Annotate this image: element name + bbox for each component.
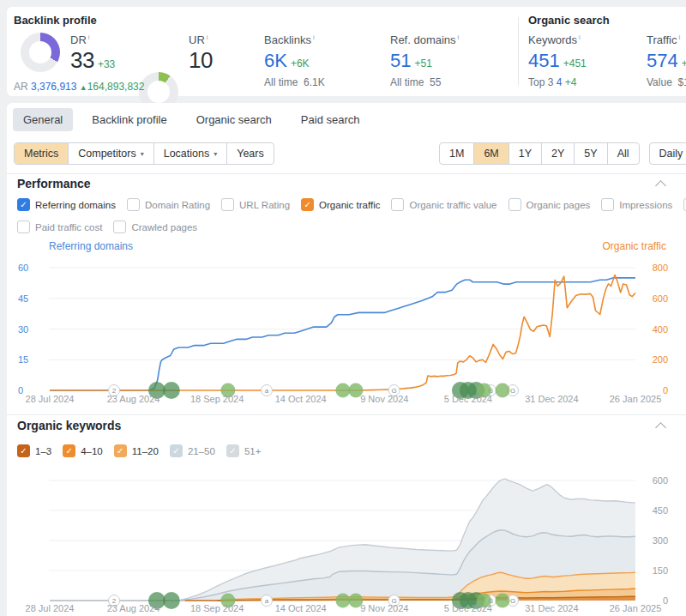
years-button[interactable]: Years xyxy=(226,143,274,164)
keywords-top3-value: 4 xyxy=(557,76,563,88)
checkbox-label: Impressions xyxy=(619,200,672,210)
checkbox-51+[interactable]: ✓51+ xyxy=(226,444,262,457)
svg-text:31 Dec 2024: 31 Dec 2024 xyxy=(525,394,578,404)
keywords-delta: +451 xyxy=(563,57,587,69)
checkbox-21-50[interactable]: ✓21–50 xyxy=(170,444,215,457)
svg-text:450: 450 xyxy=(653,505,668,516)
ahrefs-rank-line: AR 3,376,913 ▲164,893,832 xyxy=(14,81,144,93)
range-6m-button[interactable]: 6M xyxy=(473,143,508,164)
checked-box-icon: ✓ xyxy=(301,198,314,211)
backlink-profile-title: Backlink profile xyxy=(14,14,97,27)
svg-text:5 Dec 2024: 5 Dec 2024 xyxy=(444,394,492,404)
organic-keywords-title: Organic keywords xyxy=(17,419,121,432)
backlinks-delta: +6K xyxy=(291,57,310,69)
checkbox-label: 21–50 xyxy=(188,446,215,456)
traffic-value[interactable]: 574 xyxy=(647,50,678,71)
checkbox-crawled-pages[interactable]: Crawled pages xyxy=(113,220,197,233)
unchecked-box-icon xyxy=(508,198,521,211)
keywords-value[interactable]: 451 xyxy=(528,50,560,71)
backlinks-alltime-label: All time xyxy=(264,76,298,88)
svg-text:150: 150 xyxy=(653,565,668,576)
checkbox-label: URL Rating xyxy=(239,200,290,210)
range-1y-button[interactable]: 1Y xyxy=(508,143,541,164)
ref-domains-alltime-value: 55 xyxy=(430,76,441,88)
dr-value: 33 xyxy=(70,47,94,73)
checkbox-domain-rating[interactable]: Domain Rating xyxy=(127,198,210,211)
backlinks-value[interactable]: 6K xyxy=(264,50,287,71)
checkbox-label: Organic traffic xyxy=(319,200,380,210)
range-all-button[interactable]: All xyxy=(607,143,639,164)
checkbox-label: Referring domains xyxy=(35,200,116,210)
ref-domains-alltime-label: All time xyxy=(390,76,424,88)
keyword-position-checkboxes: ✓1–3✓4–10✓11–20✓21–50✓51+ xyxy=(17,444,261,457)
keywords-label: Keywords xyxy=(528,33,577,46)
svg-text:200: 200 xyxy=(653,354,668,365)
checkbox-label: Paid traffic cost xyxy=(35,222,102,233)
section-divider xyxy=(7,414,686,415)
ref-domains-value[interactable]: 51 xyxy=(390,50,411,71)
svg-text:0: 0 xyxy=(18,385,23,396)
traffic-value-amount: $142 xyxy=(677,76,686,88)
chevron-down-icon: ▾ xyxy=(141,150,144,158)
checkbox-paid-traffic-cost[interactable]: Paid traffic cost xyxy=(17,220,102,233)
performance-chart[interactable]: 01530456002004006008002aGGG28 Jul 202423… xyxy=(0,253,686,408)
section-tabs: GeneralBacklink profileOrganic searchPai… xyxy=(13,108,370,131)
competitors-button[interactable]: Competitors▾ xyxy=(68,143,153,164)
checkbox-organic-traffic-value[interactable]: Organic traffic value xyxy=(391,198,496,211)
info-icon: i xyxy=(579,33,581,41)
range-5y-button[interactable]: 5Y xyxy=(574,143,606,164)
performance-title: Performance xyxy=(17,177,91,190)
ur-label: UR xyxy=(189,33,205,46)
checkbox-impressions[interactable]: Impressions xyxy=(601,198,672,211)
checkbox-label: Domain Rating xyxy=(145,200,210,210)
svg-text:14 Oct 2024: 14 Oct 2024 xyxy=(275,603,327,613)
checkbox-11-20[interactable]: ✓11–20 xyxy=(114,444,159,457)
chevron-down-icon: ▾ xyxy=(214,150,217,158)
metrics-toolbar-group: MetricsCompetitors▾Locations▾Years xyxy=(14,142,274,165)
checkbox-url-rating[interactable]: URL Rating xyxy=(221,198,290,211)
interval-dropdown[interactable]: Daily▾ xyxy=(649,142,686,165)
locations-button[interactable]: Locations▾ xyxy=(153,143,227,164)
svg-text:400: 400 xyxy=(653,324,668,335)
svg-text:31 Dec 2024: 31 Dec 2024 xyxy=(525,603,578,613)
tab-general[interactable]: General xyxy=(13,108,73,131)
checkbox-label: 51+ xyxy=(244,446,262,456)
svg-text:26 Jan 2025: 26 Jan 2025 xyxy=(610,394,662,404)
checkbox-4-10[interactable]: ✓4–10 xyxy=(63,444,103,457)
unchecked-box-icon xyxy=(113,220,126,233)
checkbox-label: 1–3 xyxy=(35,446,51,456)
organic-keywords-chart[interactable]: 01503004506002aGGG28 Jul 202423 Aug 2024… xyxy=(0,470,686,616)
keywords-top3-label: Top 3 xyxy=(528,76,553,88)
checkbox-referring-domains[interactable]: ✓Referring domains xyxy=(17,198,116,211)
svg-text:800: 800 xyxy=(653,263,668,273)
ref-domains-label: Ref. domains xyxy=(390,33,456,46)
tab-organic-search[interactable]: Organic search xyxy=(186,108,282,131)
tab-backlink-profile[interactable]: Backlink profile xyxy=(81,108,177,131)
checkbox-label: Organic traffic value xyxy=(409,200,496,210)
traffic-delta: +574 xyxy=(682,57,686,69)
checkbox-label: Crawled pages xyxy=(131,222,197,233)
checked-box-icon: ✓ xyxy=(17,444,30,457)
checkbox-organic-pages[interactable]: Organic pages xyxy=(508,198,591,211)
unchecked-box-icon xyxy=(221,198,234,211)
tab-paid-search[interactable]: Paid search xyxy=(291,108,370,131)
svg-text:18 Sep 2024: 18 Sep 2024 xyxy=(190,394,244,404)
ar-value[interactable]: 3,376,913 xyxy=(31,81,76,93)
organic-search-title: Organic search xyxy=(528,14,610,27)
svg-text:14 Oct 2024: 14 Oct 2024 xyxy=(275,394,327,404)
info-icon: i xyxy=(207,33,208,41)
unchecked-box-icon xyxy=(127,198,140,211)
svg-text:23 Aug 2024: 23 Aug 2024 xyxy=(107,394,160,404)
left-axis-legend: Referring domains xyxy=(49,240,133,252)
info-icon: i xyxy=(458,33,460,41)
metrics-button[interactable]: Metrics xyxy=(15,143,68,164)
checkbox-organic-traffic[interactable]: ✓Organic traffic xyxy=(301,198,380,211)
up-triangle-icon: ▲ xyxy=(80,83,87,92)
performance-metric-checkboxes: Paid traffic costCrawled pages xyxy=(17,220,197,233)
checkbox-1-3[interactable]: ✓1–3 xyxy=(17,444,51,457)
range-2y-button[interactable]: 2Y xyxy=(541,143,574,164)
range-1m-button[interactable]: 1M xyxy=(440,143,473,164)
right-axis-legend: Organic traffic xyxy=(603,240,666,252)
ur-value: 10 xyxy=(189,47,213,73)
checked-box-icon: ✓ xyxy=(63,444,75,457)
